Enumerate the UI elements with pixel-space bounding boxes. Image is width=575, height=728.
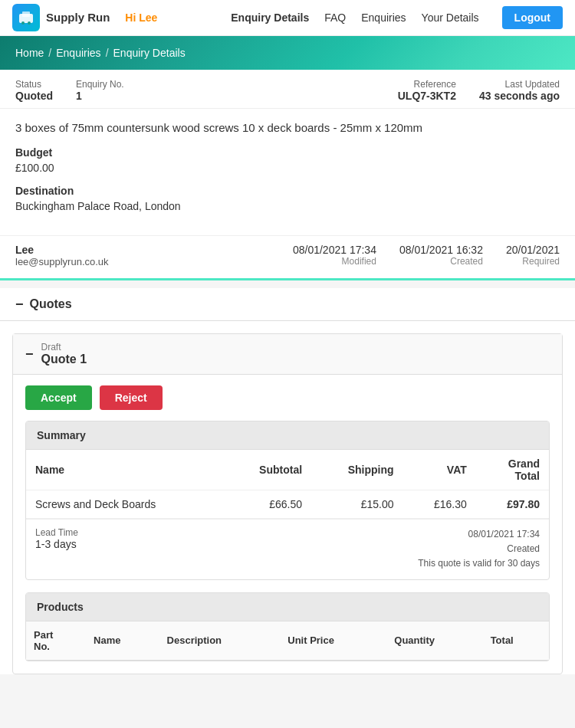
lead-time-value: 1-3 days [35,538,418,550]
quotes-section: − Quotes − Draft Quote 1 Accept Reject S… [0,288,575,674]
meta-last-updated: Last Updated 43 seconds ago [479,79,560,102]
summary-footer: Lead Time 1-3 days 08/01/2021 17:34 Crea… [26,519,549,579]
nav-enquiries[interactable]: Enquiries [361,11,406,24]
col-part-no: PartNo. [26,621,86,661]
col-unit-price: Unit Price [280,621,386,661]
quote-1-header: − Draft Quote 1 [13,334,562,375]
breadcrumb-sep-2: / [106,47,109,59]
user-name: Lee [15,244,293,256]
enquiry-no-value: 1 [76,90,82,102]
summary-row: Screws and Deck Boards £66.50 £15.00 £16… [26,490,549,519]
quote-1-card: − Draft Quote 1 Accept Reject Summary Na… [12,333,563,674]
main-nav: Enquiry Details FAQ Enquiries Your Detai… [231,6,563,29]
quotes-header: − Quotes [0,288,575,321]
breadcrumb-banner: Home / Enquiries / Enquiry Details [0,36,575,70]
row-shipping: £15.00 [311,490,403,519]
products-table: PartNo. Name Description Unit Price Quan… [26,621,549,661]
enquiry-user: Lee lee@supplyrun.co.uk [15,244,293,267]
products-section: Products PartNo. Name Description Unit P… [25,592,550,661]
quote-1-name: Quote 1 [41,353,87,366]
breadcrumb-sep-1: / [48,47,51,59]
col-name: Name [26,450,224,490]
nav-enquiry-details[interactable]: Enquiry Details [231,11,309,24]
col-product-name: Name [86,621,159,661]
quotes-collapse-button[interactable]: − [15,297,24,311]
breadcrumb: Home / Enquiries / Enquiry Details [15,47,560,59]
breadcrumb-current: Enquiry Details [113,47,186,59]
col-subtotal: Subtotal [224,450,311,490]
summary-created-date: 08/01/2021 17:34 [418,527,540,542]
svg-point-3 [28,21,31,25]
enquiry-card: Status Quoted Enquiry No. 1 Reference UL… [0,70,575,280]
nav-your-details[interactable]: Your Details [422,11,479,24]
quote-1-collapse-button[interactable]: − [25,347,34,361]
logout-button[interactable]: Logout [502,6,563,29]
col-description: Description [159,621,281,661]
quote-1-label-area: Draft Quote 1 [41,342,87,366]
col-shipping: Shipping [311,450,403,490]
status-label: Status [15,79,53,90]
row-subtotal: £66.50 [224,490,311,519]
row-vat: £16.30 [403,490,476,519]
col-grand-total: GrandTotal [476,450,549,490]
quotes-title: Quotes [30,297,72,311]
user-email: lee@supplyrun.co.uk [15,256,293,267]
accept-button[interactable]: Accept [25,385,92,410]
enquiry-body: 3 boxes of 75mm countersunk wood screws … [0,109,575,235]
reference-value: ULQ7-3KT2 [398,90,456,102]
col-total: Total [483,621,549,661]
summary-validity: This quote is valid for 30 days [418,556,540,571]
status-value: Quoted [15,90,53,102]
meta-right: Reference ULQ7-3KT2 Last Updated 43 seco… [398,79,560,102]
lead-time-label: Lead Time [35,527,418,538]
required-date: 20/01/2021 Required [506,244,560,267]
header: Supply Run Hi Lee Enquiry Details FAQ En… [0,0,575,36]
summary-meta: 08/01/2021 17:34 Created This quote is v… [418,527,540,572]
enquiry-no-label: Enquiry No. [76,79,124,90]
enquiry-meta: Status Quoted Enquiry No. 1 Reference UL… [0,70,575,109]
enquiry-dates: 08/01/2021 17:34 Modified 08/01/2021 16:… [293,244,560,267]
logo-icon [12,4,40,31]
last-updated-label: Last Updated [479,79,560,90]
summary-section: Summary Name Subtotal Shipping VAT Grand… [25,421,550,580]
reject-button[interactable]: Reject [100,385,163,410]
meta-enquiry-no: Enquiry No. 1 [76,79,124,102]
breadcrumb-enquiries[interactable]: Enquiries [56,47,100,59]
svg-point-2 [21,21,25,25]
enquiry-footer: Lee lee@supplyrun.co.uk 08/01/2021 17:34… [0,235,575,278]
nav-faq[interactable]: FAQ [324,11,346,24]
logo-area: Supply Run [12,4,110,31]
summary-table: Name Subtotal Shipping VAT GrandTotal Sc… [26,450,549,519]
budget-value: £100.00 [15,162,560,174]
row-name: Screws and Deck Boards [26,490,224,519]
quote-1-draft-label: Draft [41,342,87,353]
destination-label: Destination [15,185,560,197]
meta-status: Status Quoted [15,79,53,102]
lead-time: Lead Time 1-3 days [35,527,418,550]
row-grand-total: £97.80 [476,490,549,519]
reference-label: Reference [398,79,456,90]
greeting: Hi Lee [125,11,157,24]
breadcrumb-home[interactable]: Home [15,47,44,59]
svg-rect-1 [22,11,30,17]
logo-text: Supply Run [46,11,110,25]
budget-label: Budget [15,146,560,159]
meta-reference: Reference ULQ7-3KT2 [398,79,456,102]
summary-created-label: Created [418,542,540,556]
col-quantity: Quantity [386,621,482,661]
quote-1-actions: Accept Reject [13,375,562,421]
last-updated-value: 43 seconds ago [479,90,560,102]
modified-date: 08/01/2021 17:34 Modified [293,244,376,267]
destination-value: Buckingham Palace Road, London [15,200,560,212]
col-vat: VAT [403,450,476,490]
products-header: Products [26,593,549,621]
enquiry-title: 3 boxes of 75mm countersunk wood screws … [15,121,560,134]
summary-header: Summary [26,421,549,450]
created-date: 08/01/2021 16:32 Created [399,244,483,267]
